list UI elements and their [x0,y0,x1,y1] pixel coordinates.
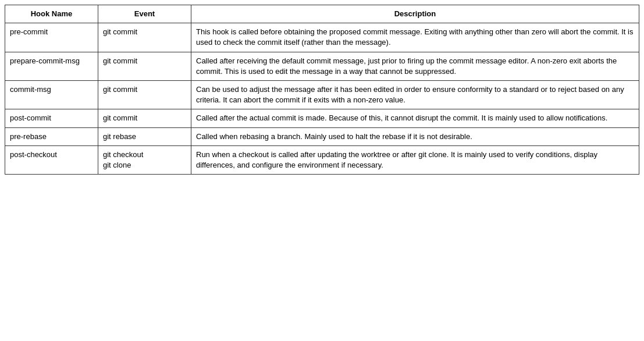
cell-description: Called after the actual commit is made. … [191,109,639,127]
cell-event: git commit [98,80,191,109]
cell-description: Run when a checkout is called after upda… [191,145,639,174]
cell-hook-name: post-checkout [5,145,98,174]
table-row: post-checkoutgit checkoutgit cloneRun wh… [5,145,639,174]
table-row: prepare-commit-msggit commitCalled after… [5,52,639,80]
cell-description: Can be used to adjust the message after … [191,80,639,109]
table-row: pre-rebasegit rebaseCalled when rebasing… [5,127,639,145]
hooks-table: Hook Name Event Description pre-commitgi… [5,5,639,175]
table-row: commit-msggit commitCan be used to adjus… [5,80,639,109]
cell-event: git rebase [98,127,191,145]
cell-event: git commit [98,52,191,80]
cell-hook-name: prepare-commit-msg [5,52,98,80]
header-hook-name: Hook Name [5,5,98,23]
cell-event: git commit [98,109,191,127]
cell-event: git checkoutgit clone [98,145,191,174]
cell-description: Called after receiving the default commi… [191,52,639,80]
table-container: Hook Name Event Description pre-commitgi… [0,0,644,179]
cell-description: Called when rebasing a branch. Mainly us… [191,127,639,145]
cell-hook-name: commit-msg [5,80,98,109]
cell-hook-name: post-commit [5,109,98,127]
cell-hook-name: pre-rebase [5,127,98,145]
header-event: Event [98,5,191,23]
header-description: Description [191,5,639,23]
cell-description: This hook is called before obtaining the… [191,23,639,52]
table-header-row: Hook Name Event Description [5,5,639,23]
table-row: post-commitgit commitCalled after the ac… [5,109,639,127]
cell-event: git commit [98,23,191,52]
table-row: pre-commitgit commitThis hook is called … [5,23,639,52]
cell-hook-name: pre-commit [5,23,98,52]
